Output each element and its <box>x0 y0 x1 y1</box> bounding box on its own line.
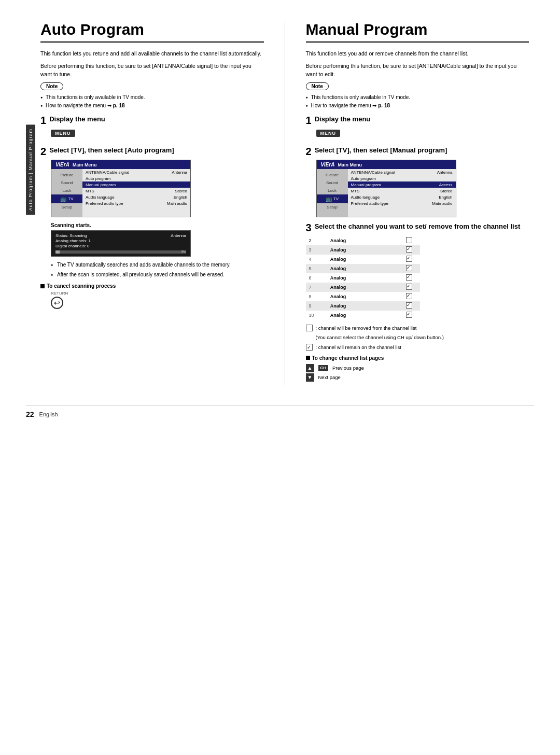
channel-row-7: 7 Analog <box>306 283 420 292</box>
channel-row-5: 5 Analog <box>306 264 420 273</box>
menu-row-auto-right: Auto program <box>348 175 456 181</box>
menu-button-right[interactable]: MENU <box>316 130 341 137</box>
ch-nav-area: ▲ CH Previous page ▼ Next page <box>306 364 529 382</box>
scanning-row-status: Status: Scanning Antenna <box>55 233 186 238</box>
ch-next-btn[interactable]: ▼ <box>306 373 314 382</box>
ch-checkbox-5[interactable] <box>406 265 412 271</box>
step1-num-left: 1 <box>40 115 46 125</box>
channel-row-3: 3 Analog <box>306 245 420 255</box>
sidebar-setup-right: Setup <box>317 203 348 211</box>
ch-nav-heading-text: To change channel list pages <box>312 355 384 361</box>
tv-menu-left: ViErA Main Menu Picture Sound Lock 📺 TV … <box>51 160 191 217</box>
ch-nav-prev-row: ▲ CH Previous page <box>306 364 529 372</box>
sidebar-sound-right: Sound <box>317 179 348 187</box>
ch-next-label: Next page <box>318 374 341 380</box>
auto-program-intro1: This function lets you retune and add al… <box>40 50 264 58</box>
ch-nav-heading: To change channel list pages <box>306 355 529 361</box>
tv-menu-main-left: ANTENNA/Cable signal Antenna Auto progra… <box>82 169 190 217</box>
tv-menu-right: ViErA Main Menu Picture Sound Lock 📺 TV … <box>316 160 456 217</box>
tv-menu-sidebar-left: Picture Sound Lock 📺 TV Setup <box>51 169 82 217</box>
note-box-right: Note <box>306 82 329 90</box>
menu-row-manual-left[interactable]: Manual program <box>82 181 190 188</box>
legend-empty-text: : channel will be removed from the chann… <box>316 324 417 332</box>
ch-prev-btn[interactable]: ▲ <box>306 364 314 372</box>
note-item-2: How to navigate the menu ➡ p. 18 <box>40 102 264 110</box>
step3-title-right: Select the channel you want to set/ remo… <box>315 222 521 231</box>
tv-menu-main-right: ANTENNA/Cable signal Antenna Auto progra… <box>348 169 456 217</box>
menu-row-mts-left: MTS Stereo <box>82 188 190 194</box>
channel-row-8: 8 Analog <box>306 292 420 301</box>
step2-title-right: Select [TV], then select [Manual program… <box>315 146 447 155</box>
step2-num-right: 2 <box>306 146 312 157</box>
bullet-auto-1: The TV automatically searches and adds a… <box>51 261 264 269</box>
ch-checkbox-4[interactable] <box>406 256 412 262</box>
auto-program-intro2: Before performing this function, be sure… <box>40 62 264 79</box>
step2-heading-left: 2 Select [TV], then select [Auto program… <box>40 146 264 157</box>
step3-heading-right: 3 Select the channel you want to set/ re… <box>306 222 529 233</box>
menu-row-auto-left: Auto program <box>82 175 190 181</box>
sidebar-setup-left: Setup <box>51 203 82 211</box>
tv-icon-left: 📺 <box>60 196 66 202</box>
channel-table: 2 Analog 3 Analog 4 Analog 5 <box>306 236 420 320</box>
legend-area: : channel will be removed from the chann… <box>306 324 529 351</box>
legend-check-box <box>306 344 313 351</box>
ch-checkbox-7[interactable] <box>406 284 412 290</box>
black-square-icon <box>40 284 45 288</box>
menu-button-left[interactable]: MENU <box>51 130 75 137</box>
menu-row-manual-right[interactable]: Manual program Access <box>348 181 456 188</box>
step1-heading-right: 1 Display the menu <box>306 115 529 125</box>
sidebar-lock-right: Lock <box>317 187 348 194</box>
columns: Auto Program This function lets you retu… <box>35 21 534 385</box>
note-list-left: This functions is only available in TV m… <box>40 93 264 110</box>
viera-logo-left: ViErA <box>55 162 69 167</box>
menu-row-preferred-right: Preferred audio type Main audio <box>348 200 456 206</box>
tv-icon-right: 📺 <box>326 196 332 202</box>
step1-num-right: 1 <box>306 115 312 125</box>
step1-title-right: Display the menu <box>315 115 371 124</box>
legend-empty-row: : channel will be removed from the chann… <box>306 324 529 332</box>
ch-prev-label: Previous page <box>332 365 364 371</box>
tv-menu-header-right: ViErA Main Menu <box>317 160 456 169</box>
ch-checkbox-9[interactable] <box>406 302 412 309</box>
progress-bar: 3% <box>55 250 186 254</box>
page-language: English <box>39 411 58 417</box>
ch-checkbox-2[interactable] <box>406 237 412 243</box>
menu-row-audio-left: Audio language English <box>82 194 190 200</box>
cancel-heading: To cancel scanning process <box>40 283 264 289</box>
ch-label: CH <box>318 365 329 371</box>
step2-num-left: 2 <box>40 146 46 157</box>
ch-checkbox-8[interactable] <box>406 293 412 299</box>
legend-check-text: : channel will remain on the channel lis… <box>316 343 401 351</box>
note-list-right: This functions is only available in TV m… <box>306 93 529 110</box>
scanning-box: Status: Scanning Antenna Analog channels… <box>51 230 191 257</box>
auto-program-col: Auto Program This function lets you retu… <box>35 21 269 385</box>
ch-checkbox-6[interactable] <box>406 274 412 281</box>
legend-note-text: (You cannot select the channel using CH … <box>316 333 529 341</box>
sidebar-tv-right: 📺 TV <box>317 194 348 203</box>
bullet-auto-2: After the scan is completed, all previou… <box>51 271 264 279</box>
ch-checkbox-10[interactable] <box>406 312 412 318</box>
note-item-1: This functions is only available in TV m… <box>40 93 264 102</box>
menu-row-audio-right: Audio language English <box>348 194 456 200</box>
note-item-right-1: This functions is only available in TV m… <box>306 93 529 102</box>
ch-nav-next-row: ▼ Next page <box>306 373 529 382</box>
note-box-left: Note <box>40 82 63 90</box>
step2-title-left: Select [TV], then select [Auto program] <box>49 146 174 155</box>
return-icon[interactable]: ↩ <box>51 297 63 309</box>
tv-menu-header-title-left: Main Menu <box>73 162 97 167</box>
step1-heading-left: 1 Display the menu <box>40 115 264 125</box>
auto-program-title: Auto Program <box>40 21 264 43</box>
tv-menu-body-left: Picture Sound Lock 📺 TV Setup ANTENNA/Ca… <box>51 169 190 217</box>
menu-row-preferred-left: Preferred audio type Main audio <box>82 200 190 206</box>
page-footer: 22 English <box>26 406 534 418</box>
menu-row-mts-right: MTS Stereo <box>348 188 456 194</box>
ch-header-num: 2 <box>306 236 327 245</box>
sidebar-lock-left: Lock <box>51 187 82 194</box>
page-layout: Auto Program | Manual Program Auto Progr… <box>26 21 534 385</box>
tv-menu-header-title-right: Main Menu <box>338 162 362 167</box>
ch-checkbox-3[interactable] <box>406 246 412 253</box>
cancel-heading-text: To cancel scanning process <box>47 283 116 289</box>
progress-bar-fill <box>55 250 60 254</box>
column-divider <box>285 21 285 385</box>
sidebar-tv-left: 📺 TV <box>51 194 82 203</box>
